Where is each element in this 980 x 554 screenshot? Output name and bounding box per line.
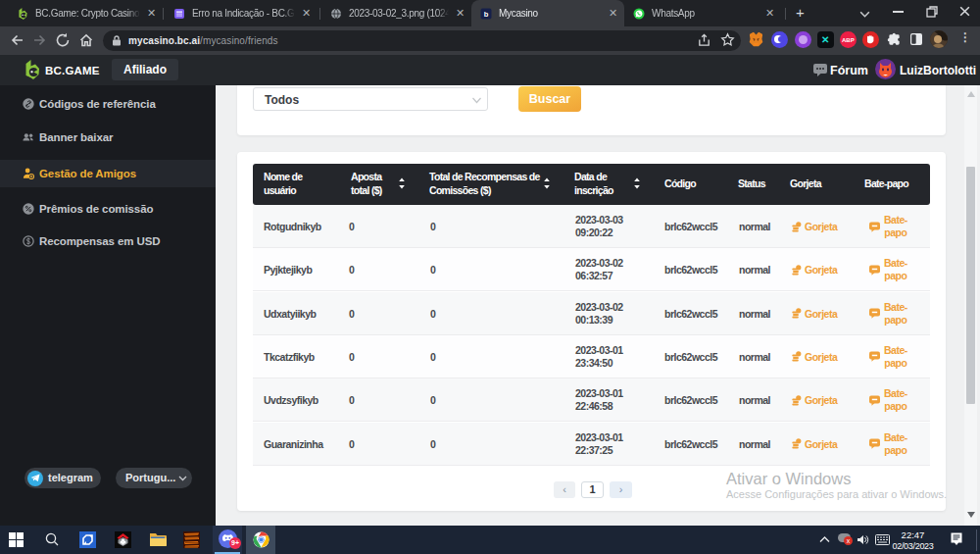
svg-text:b: b [484,9,489,18]
